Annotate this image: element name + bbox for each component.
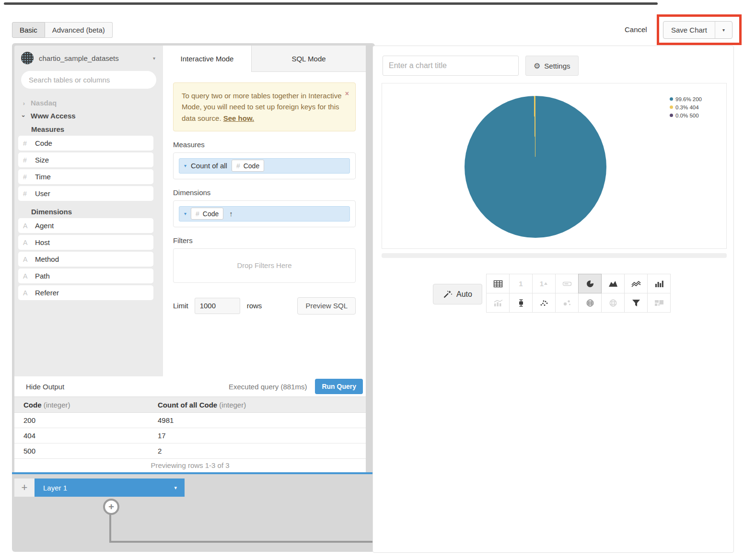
- chart-type-funnel-icon[interactable]: [624, 293, 648, 313]
- preview-rows-status: Previewing rows 1-3 of 3: [14, 459, 366, 469]
- number-type-icon: #: [23, 140, 31, 147]
- measure-pill[interactable]: ▾ Count of all # Code: [179, 158, 350, 174]
- table-row: 2004981: [14, 413, 366, 428]
- save-chart-button[interactable]: Save Chart: [663, 22, 715, 38]
- tab-sql-mode[interactable]: SQL Mode: [252, 46, 366, 71]
- legend-dot: [670, 97, 673, 101]
- chevron-down-icon[interactable]: ▾: [184, 211, 186, 216]
- table-nasdaq-label: Nasdaq: [31, 99, 57, 107]
- dimension-field-chip[interactable]: # Code: [191, 208, 223, 220]
- chart-type-gauge-icon[interactable]: [555, 274, 579, 293]
- editor-mode-tabs: Basic Advanced (beta): [12, 22, 113, 38]
- chevron-down-icon: ›: [20, 115, 27, 117]
- dimension-pill[interactable]: ▾ # Code ↑: [179, 206, 350, 222]
- query-mode-tabs: Interactive Mode SQL Mode: [163, 46, 366, 72]
- number-type-icon: #: [23, 190, 31, 198]
- window-top-edge: [4, 2, 658, 5]
- horizontal-scrollbar[interactable]: [382, 253, 727, 258]
- tab-interactive-mode[interactable]: Interactive Mode: [163, 46, 252, 72]
- hide-output-link[interactable]: Hide Output: [26, 383, 64, 391]
- auto-chart-type-button[interactable]: Auto: [433, 284, 482, 304]
- connector-line-horizontal: [109, 541, 375, 543]
- dimension-field-referer[interactable]: A Referer: [18, 285, 153, 300]
- add-node-button[interactable]: +: [103, 499, 119, 515]
- close-icon[interactable]: ×: [345, 89, 349, 99]
- chevron-down-icon: ▾: [174, 485, 177, 491]
- pie-chart[interactable]: [465, 96, 606, 238]
- chart-legend: 99.6% 200 0.3% 404 0.0% 500: [670, 95, 702, 119]
- chart-type-combo-icon[interactable]: [486, 293, 510, 313]
- chart-type-grid: 1 1: [487, 274, 671, 313]
- sort-ascending-icon[interactable]: ↑: [229, 210, 233, 218]
- text-type-icon: A: [23, 222, 31, 230]
- chevron-down-icon: ▾: [153, 56, 155, 61]
- chart-type-table-icon[interactable]: [486, 274, 510, 293]
- chart-type-single-value-trend-icon[interactable]: 1: [532, 274, 556, 293]
- legend-item-404[interactable]: 0.3% 404: [670, 103, 702, 111]
- tab-advanced[interactable]: Advanced (beta): [45, 22, 113, 38]
- connector-line-vertical: [109, 514, 111, 542]
- result-table: Code (integer) Count of all Code (intege…: [14, 397, 366, 459]
- legend-dot: [670, 114, 673, 117]
- text-type-icon: A: [23, 256, 31, 263]
- preview-sql-button[interactable]: Preview SQL: [297, 297, 356, 315]
- chart-canvas: 99.6% 200 0.3% 404 0.0% 500: [382, 83, 727, 249]
- legend-dot: [670, 105, 673, 109]
- measure-field-size[interactable]: # Size: [18, 152, 153, 167]
- number-type-icon: #: [23, 156, 31, 164]
- measure-field-time[interactable]: # Time: [18, 169, 153, 184]
- cancel-button[interactable]: Cancel: [625, 25, 647, 34]
- chart-type-scatter-icon[interactable]: [532, 293, 556, 313]
- search-input[interactable]: [21, 71, 156, 89]
- table-www-access[interactable]: › Www Access: [14, 109, 163, 122]
- legend-item-500[interactable]: 0.0% 500: [670, 111, 702, 119]
- chevron-down-icon[interactable]: ▾: [184, 163, 186, 168]
- limit-input[interactable]: [195, 298, 240, 314]
- settings-button[interactable]: ⚙ Settings: [525, 56, 579, 76]
- dimension-field-path[interactable]: A Path: [18, 268, 153, 283]
- legend-item-200[interactable]: 99.6% 200: [670, 95, 702, 103]
- dimension-field-host[interactable]: A Host: [18, 235, 153, 250]
- measure-field-code[interactable]: # Code: [18, 136, 153, 151]
- chart-type-single-value-icon[interactable]: 1: [509, 274, 533, 293]
- dataset-selector[interactable]: chartio_sample_datasets ▾: [14, 46, 163, 67]
- dimensions-group-label: Dimensions: [14, 208, 163, 216]
- limit-rows-suffix: rows: [247, 302, 262, 310]
- filters-placeholder: Drop Filters Here: [237, 261, 291, 269]
- filters-drop-zone[interactable]: Drop Filters Here: [173, 248, 356, 283]
- notice-text: To query two or more tables together in …: [182, 92, 342, 122]
- measure-field-user[interactable]: # User: [18, 186, 153, 201]
- chart-title-input[interactable]: [383, 56, 519, 76]
- number-type-icon: #: [23, 173, 31, 181]
- aggregation-label[interactable]: Count of all: [191, 162, 227, 170]
- table-nasdaq[interactable]: › Nasdaq: [14, 96, 163, 109]
- chart-type-pie-icon[interactable]: [578, 274, 602, 293]
- tab-basic[interactable]: Basic: [12, 22, 45, 38]
- dimensions-drop-zone[interactable]: ▾ # Code ↑: [173, 200, 356, 227]
- chart-type-area-icon[interactable]: [601, 274, 625, 293]
- measures-drop-zone[interactable]: ▾ Count of all # Code: [173, 152, 356, 179]
- magic-wand-icon: [443, 290, 453, 299]
- layer-bar: + Layer 1 ▾: [14, 478, 185, 497]
- table-row: 40417: [14, 428, 366, 443]
- add-layer-button[interactable]: +: [14, 478, 35, 497]
- layer-section-divider: [12, 472, 375, 474]
- query-output-panel: Hide Output Executed query (881ms) Run Q…: [14, 376, 366, 472]
- dimension-field-method[interactable]: A Method: [18, 252, 153, 267]
- chart-type-map-icon[interactable]: [578, 293, 602, 313]
- chart-type-heatmap-icon[interactable]: [647, 293, 671, 313]
- save-chart-caret-icon[interactable]: ▾: [715, 22, 732, 38]
- chart-type-bubble-icon[interactable]: [555, 293, 579, 313]
- query-panel: Interactive Mode SQL Mode × To query two…: [163, 46, 366, 376]
- measure-field-chip[interactable]: # Code: [232, 160, 264, 172]
- schema-sidebar: chartio_sample_datasets ▾ › Nasdaq › Www…: [14, 46, 163, 376]
- run-query-button[interactable]: Run Query: [315, 379, 363, 394]
- layer-1-tab[interactable]: Layer 1 ▾: [35, 478, 185, 497]
- schema-tree: › Nasdaq › Www Access Measures # Code # …: [14, 96, 163, 300]
- chart-type-line-icon[interactable]: [624, 274, 648, 293]
- dimension-field-agent[interactable]: A Agent: [18, 218, 153, 233]
- see-how-link[interactable]: See how.: [223, 113, 254, 124]
- chart-type-box-plot-icon[interactable]: [509, 293, 533, 313]
- chart-type-bar-icon[interactable]: [647, 274, 671, 293]
- chart-type-map-alt-icon[interactable]: [601, 293, 625, 313]
